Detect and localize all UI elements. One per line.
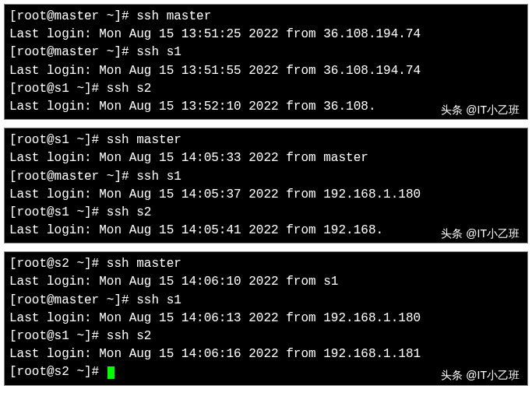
shell-command: ssh s1 bbox=[136, 170, 181, 184]
shell-command: ssh s2 bbox=[107, 205, 152, 219]
shell-prompt: [root@master ~]# bbox=[9, 170, 136, 184]
shell-command: ssh s2 bbox=[107, 329, 152, 343]
shell-command: ssh master bbox=[136, 9, 211, 23]
terminal-line: Last login: Mon Aug 15 14:05:37 2022 fro… bbox=[9, 186, 523, 204]
login-message: Last login: Mon Aug 15 14:05:41 2022 fro… bbox=[9, 223, 383, 237]
terminal-block-1[interactable]: [root@s1 ~]# ssh masterLast login: Mon A… bbox=[4, 128, 528, 244]
terminal-line: [root@master ~]# ssh master bbox=[9, 8, 523, 26]
terminal-line: [root@s1 ~]# ssh s2 bbox=[9, 80, 523, 98]
shell-prompt: [root@s2 ~]# bbox=[9, 257, 107, 271]
shell-command: ssh master bbox=[107, 133, 181, 147]
terminal-line: [root@s1 ~]# ssh s2 bbox=[9, 204, 523, 222]
watermark-label: 头条 @IT小乙班 bbox=[441, 226, 520, 241]
login-message: Last login: Mon Aug 15 14:06:10 2022 fro… bbox=[9, 275, 338, 289]
terminal-line: Last login: Mon Aug 15 14:06:10 2022 fro… bbox=[9, 273, 523, 291]
watermark-label: 头条 @IT小乙班 bbox=[441, 367, 520, 383]
terminal-line: Last login: Mon Aug 15 13:51:55 2022 fro… bbox=[9, 62, 523, 80]
shell-prompt: [root@s1 ~]# bbox=[9, 329, 107, 343]
login-message: Last login: Mon Aug 15 14:06:13 2022 fro… bbox=[9, 311, 421, 325]
terminal-line: [root@master ~]# ssh s1 bbox=[9, 292, 523, 310]
cursor-icon bbox=[107, 366, 115, 379]
terminal-line: Last login: Mon Aug 15 14:06:16 2022 fro… bbox=[9, 345, 523, 363]
shell-prompt: [root@master ~]# bbox=[9, 293, 136, 307]
terminal-line: Last login: Mon Aug 15 13:51:25 2022 fro… bbox=[9, 26, 523, 44]
shell-command: ssh master bbox=[107, 257, 181, 271]
login-message: Last login: Mon Aug 15 14:05:37 2022 fro… bbox=[9, 187, 421, 202]
terminal-line: [root@s1 ~]# ssh s2 bbox=[9, 328, 523, 345]
shell-prompt: [root@s2 ~]# bbox=[9, 365, 107, 379]
login-message: Last login: Mon Aug 15 14:06:16 2022 fro… bbox=[9, 347, 421, 361]
terminal-line: Last login: Mon Aug 15 14:05:33 2022 fro… bbox=[9, 149, 523, 167]
shell-prompt: [root@s1 ~]# bbox=[9, 205, 107, 219]
watermark: 头条 @IT小乙班 bbox=[439, 226, 521, 241]
shell-prompt: [root@master ~]# bbox=[9, 9, 136, 23]
login-message: Last login: Mon Aug 15 13:51:55 2022 fro… bbox=[9, 64, 421, 78]
login-message: Last login: Mon Aug 15 13:51:25 2022 fro… bbox=[9, 27, 421, 41]
terminal-line: [root@s2 ~]# ssh master bbox=[9, 255, 523, 273]
shell-prompt: [root@master ~]# bbox=[9, 45, 136, 59]
terminal-line: Last login: Mon Aug 15 14:06:13 2022 fro… bbox=[9, 310, 523, 328]
shell-prompt: [root@s1 ~]# bbox=[9, 133, 107, 147]
login-message: Last login: Mon Aug 15 14:05:33 2022 fro… bbox=[9, 151, 368, 165]
watermark: 头条 @IT小乙班 bbox=[439, 102, 521, 117]
login-message: Last login: Mon Aug 15 13:52:10 2022 fro… bbox=[9, 100, 375, 114]
terminal-line: [root@master ~]# ssh s1 bbox=[9, 168, 523, 186]
shell-command: ssh s1 bbox=[136, 293, 181, 307]
shell-prompt: [root@s1 ~]# bbox=[9, 82, 107, 96]
shell-command: ssh s2 bbox=[107, 82, 152, 96]
terminal-block-0[interactable]: [root@master ~]# ssh masterLast login: M… bbox=[4, 4, 528, 120]
terminal-block-2[interactable]: [root@s2 ~]# ssh masterLast login: Mon A… bbox=[4, 251, 528, 385]
watermark-label: 头条 @IT小乙班 bbox=[441, 102, 520, 117]
watermark: 头条 @IT小乙班 bbox=[439, 367, 521, 383]
shell-command: ssh s1 bbox=[136, 45, 181, 59]
terminal-line: [root@s1 ~]# ssh master bbox=[9, 131, 523, 149]
terminal-line: [root@master ~]# ssh s1 bbox=[9, 44, 523, 61]
